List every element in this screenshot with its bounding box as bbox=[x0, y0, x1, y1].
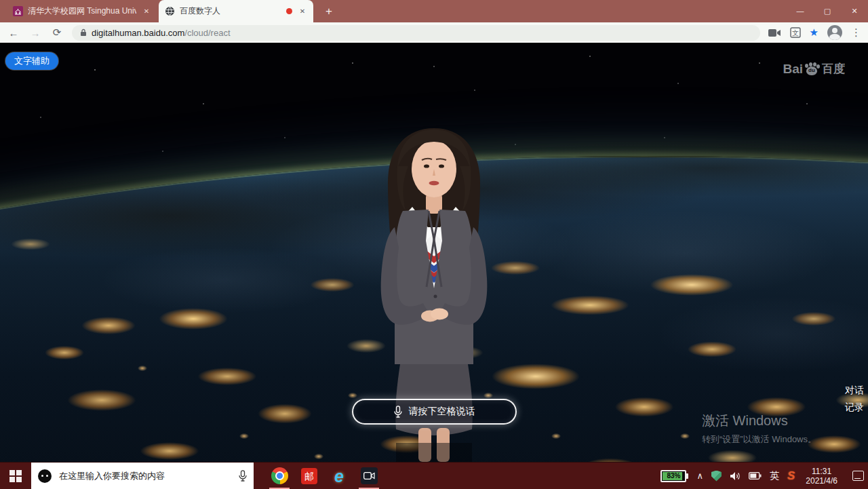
taskbar-search-box[interactable] bbox=[31, 463, 254, 489]
browser-menu-icon[interactable]: ⋮ bbox=[851, 26, 861, 39]
panel-label-record: 记录 bbox=[844, 399, 865, 416]
camera-app-icon bbox=[361, 467, 378, 484]
tray-battery-icon[interactable] bbox=[749, 472, 762, 480]
translate-icon[interactable]: 文 bbox=[790, 27, 801, 38]
taskbar-mail-button[interactable]: 邮 bbox=[294, 463, 324, 489]
tab-close-icon[interactable]: ✕ bbox=[141, 6, 152, 17]
internet-explorer-icon: e bbox=[334, 468, 344, 484]
forward-icon[interactable]: → bbox=[28, 27, 42, 39]
tray-chevron-icon[interactable]: ∧ bbox=[696, 471, 703, 481]
tab-close-icon[interactable]: ✕ bbox=[297, 6, 308, 17]
windows-taskbar: 邮 e 83% ∧ 英 S 11:31 bbox=[0, 462, 868, 489]
camera-in-use-icon[interactable] bbox=[768, 28, 781, 37]
bookmark-star-icon[interactable]: ★ bbox=[810, 26, 818, 39]
windows-activation-watermark: 激活 Windows 转到“设置”以激活 Windows。 bbox=[702, 412, 816, 446]
window-close-button[interactable]: ✕ bbox=[841, 0, 868, 22]
microphone-icon bbox=[394, 406, 402, 418]
tsinghua-favicon bbox=[12, 6, 23, 17]
taskbar-ie-button[interactable]: e bbox=[324, 463, 354, 489]
browser-titlebar: 清华大学校园网 Tsinghua Univ ✕ 百度数字人 ✕ + — ▢ ✕ bbox=[0, 0, 868, 22]
new-tab-button[interactable]: + bbox=[320, 3, 338, 20]
watermark-subtitle: 转到“设置”以激活 Windows。 bbox=[702, 433, 816, 446]
watermark-title: 激活 Windows bbox=[702, 412, 816, 430]
push-to-talk-button[interactable]: 请按下空格说话 bbox=[352, 399, 517, 425]
taskbar-chrome-button[interactable] bbox=[264, 463, 294, 489]
baidu-logo: Bai du 百度 bbox=[783, 61, 845, 77]
action-center-icon[interactable] bbox=[852, 471, 864, 481]
page-viewport: 文字辅助 Bai du 百度 请按下空格说话 对话 记录 激活 Windows … bbox=[0, 43, 868, 462]
baidu-logo-bai: Bai bbox=[783, 62, 803, 77]
window-maximize-button[interactable]: ▢ bbox=[814, 0, 841, 22]
baidu-logo-cn: 百度 bbox=[822, 61, 845, 77]
clock-date: 2021/4/6 bbox=[806, 476, 837, 486]
recording-indicator-icon bbox=[286, 8, 292, 14]
url-text: digitalhuman.baidu.com/cloud/react bbox=[92, 28, 231, 38]
ime-language-indicator[interactable]: 英 bbox=[770, 470, 779, 482]
panel-label-dialogue: 对话 bbox=[844, 382, 865, 399]
profile-avatar[interactable] bbox=[827, 25, 842, 40]
taskbar-search-input[interactable] bbox=[58, 470, 233, 482]
address-bar[interactable]: digitalhuman.baidu.com/cloud/react bbox=[72, 25, 760, 41]
screen: 清华大学校园网 Tsinghua Univ ✕ 百度数字人 ✕ + — ▢ ✕ … bbox=[0, 0, 868, 489]
windows-logo-icon bbox=[9, 470, 22, 482]
taskbar-clock[interactable]: 11:31 2021/4/6 bbox=[803, 467, 840, 486]
globe-favicon bbox=[164, 6, 175, 17]
taskbar-camera-button[interactable] bbox=[354, 463, 384, 489]
dialogue-record-panel-toggle[interactable]: 对话 记录 bbox=[844, 382, 865, 416]
push-to-talk-label: 请按下空格说话 bbox=[409, 406, 475, 418]
text-assist-button[interactable]: 文字辅助 bbox=[5, 52, 58, 70]
defender-shield-icon[interactable] bbox=[711, 471, 722, 482]
svg-text:文: 文 bbox=[792, 29, 799, 37]
sogou-input-icon[interactable]: S bbox=[787, 469, 795, 483]
tab-tsinghua[interactable]: 清华大学校园网 Tsinghua Univ ✕ bbox=[7, 0, 157, 22]
tab-baidu-digitalhuman[interactable]: 百度数字人 ✕ bbox=[159, 0, 313, 22]
browser-toolbar: ← → ⟳ digitalhuman.baidu.com/cloud/react… bbox=[0, 22, 868, 43]
tab-title: 清华大学校园网 Tsinghua Univ bbox=[28, 5, 136, 17]
back-icon[interactable]: ← bbox=[7, 27, 20, 39]
search-assistant-icon bbox=[38, 469, 52, 483]
clock-time: 11:31 bbox=[806, 467, 837, 476]
baidu-paw-icon: du bbox=[804, 62, 819, 76]
battery-percentage-badge[interactable]: 83% bbox=[660, 470, 688, 482]
window-minimize-button[interactable]: — bbox=[787, 0, 814, 22]
volume-icon[interactable] bbox=[730, 471, 741, 481]
chrome-icon bbox=[271, 467, 288, 484]
tab-title: 百度数字人 bbox=[180, 5, 281, 17]
lock-icon bbox=[80, 28, 87, 37]
start-button[interactable] bbox=[0, 463, 31, 489]
mail-app-icon: 邮 bbox=[301, 468, 317, 484]
reload-icon[interactable]: ⟳ bbox=[50, 26, 64, 39]
search-mic-icon[interactable] bbox=[239, 470, 247, 482]
